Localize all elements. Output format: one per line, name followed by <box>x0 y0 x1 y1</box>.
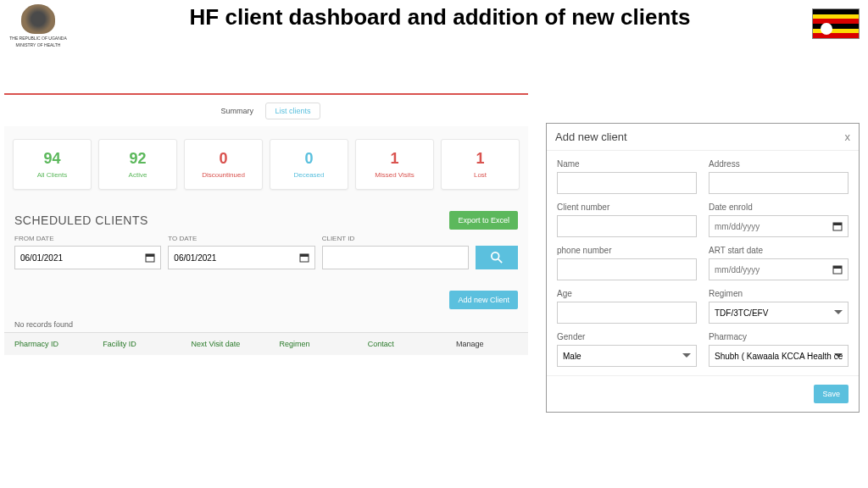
tab-list-clients[interactable]: List clients <box>265 103 320 119</box>
add-new-client-button[interactable]: Add new Client <box>449 291 518 309</box>
gender-select[interactable]: Male <box>557 345 697 367</box>
stat-missed: 1Missed Visits <box>355 139 434 190</box>
dashboard-panel: Summary List clients 94All Clients 92Act… <box>4 93 528 355</box>
col-manage: Manage <box>456 340 518 348</box>
client-number-label: Client number <box>557 202 697 212</box>
modal-close-button[interactable]: x <box>845 130 851 143</box>
stat-discontinued: 0Discountinued <box>184 139 263 190</box>
tab-bar: Summary List clients <box>4 95 528 126</box>
name-input[interactable] <box>557 172 697 194</box>
no-records-text: No records found <box>4 313 528 332</box>
svg-line-1 <box>498 259 502 263</box>
date-enrold-input[interactable] <box>709 215 849 237</box>
phone-label: phone number <box>557 246 697 255</box>
table-header: Pharmacy ID Facility ID Next Visit date … <box>4 332 528 355</box>
page-title: HF client dashboard and addition of new … <box>68 4 812 30</box>
col-contact: Contact <box>368 340 456 348</box>
regimen-label: Regimen <box>709 289 849 298</box>
search-icon <box>491 252 503 263</box>
gender-label: Gender <box>557 332 697 341</box>
svg-point-0 <box>492 252 499 260</box>
stat-deceased: 0Deceased <box>270 139 348 190</box>
to-date-input[interactable] <box>168 246 314 269</box>
date-enrold-label: Date enrold <box>709 202 849 212</box>
col-regimen: Regimen <box>280 340 368 348</box>
client-number-input[interactable] <box>557 215 697 237</box>
from-date-input[interactable] <box>14 246 161 269</box>
pharmacy-label: Pharmacy <box>709 332 849 341</box>
pharmacy-select[interactable]: Shubh ( Kawaala KCCA Health center IV ) <box>709 345 849 367</box>
regimen-select[interactable]: TDF/3TC/EFV <box>709 302 849 324</box>
phone-input[interactable] <box>557 258 697 280</box>
col-pharmacy-id: Pharmacy ID <box>14 340 103 348</box>
age-input[interactable] <box>557 302 697 324</box>
col-facility-id: Facility ID <box>103 340 191 348</box>
stat-active: 92Active <box>98 139 177 190</box>
name-label: Name <box>557 159 697 169</box>
art-start-input[interactable] <box>709 258 849 280</box>
col-next-visit: Next Visit date <box>191 340 279 348</box>
stats-row: 94All Clients 92Active 0Discountinued 0D… <box>4 126 528 202</box>
modal-title: Add new client <box>555 130 627 143</box>
to-date-label: TO DATE <box>168 235 314 242</box>
client-id-label: CLIENT ID <box>322 235 469 242</box>
address-input[interactable] <box>709 172 849 194</box>
age-label: Age <box>557 289 697 298</box>
export-excel-button[interactable]: Export to Excel <box>449 211 518 230</box>
scheduled-clients-heading: SCHEDULED CLIENTS <box>14 214 148 227</box>
client-id-input[interactable] <box>322 246 469 269</box>
stat-all-clients: 94All Clients <box>13 139 92 190</box>
art-start-label: ART start date <box>709 246 849 255</box>
tab-summary[interactable]: Summary <box>213 103 263 119</box>
ministry-logo: THE REPUBLIC OF UGANDA MINISTRY OF HEALT… <box>8 4 68 47</box>
stat-lost: 1Lost <box>441 139 520 190</box>
save-button[interactable]: Save <box>814 385 849 403</box>
search-button[interactable] <box>476 246 518 269</box>
from-date-label: FROM DATE <box>14 235 161 242</box>
address-label: Address <box>709 159 849 169</box>
add-client-modal: Add new client x Name Address Client num… <box>546 123 860 413</box>
uganda-flag <box>812 8 860 39</box>
